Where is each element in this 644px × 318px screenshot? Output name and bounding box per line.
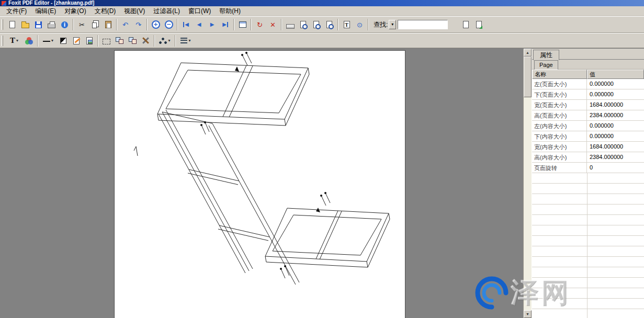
next-page-button[interactable]: ▶ [206,18,219,31]
keyboard-button[interactable] [284,18,297,31]
paste-icon [105,21,111,28]
menu-window[interactable]: 窗口(W) [184,6,215,17]
open-folder-icon [21,23,29,28]
scrollbar-thumb[interactable] [524,56,532,97]
property-name: 左(内容大小) [532,121,587,131]
toolbar-grip[interactable] [2,36,3,46]
line-style-button[interactable]: ▾ [40,34,57,47]
delete-icon: ✕ [270,21,276,28]
extract-text-icon [463,21,469,28]
redo-button[interactable]: ↷ [132,18,145,31]
extract-image-button[interactable] [472,18,485,31]
property-row[interactable]: 页面旋转 0 [532,163,644,173]
fit-width-button[interactable] [297,18,310,31]
text-page-button[interactable]: T [340,18,353,31]
align-objects-button[interactable]: ▾ [177,34,194,47]
menu-object[interactable]: 对象(O) [60,6,90,17]
doc-info-button[interactable]: i [58,18,71,31]
color-picker-button[interactable] [22,34,36,47]
menu-file[interactable]: 文件(F) [2,6,31,17]
menu-help[interactable]: 帮助(H) [215,6,245,17]
property-value[interactable]: 2384.000000 [587,110,644,120]
image-page-button[interactable] [83,34,96,47]
column-header-value[interactable]: 值 [587,70,644,79]
property-value[interactable]: 1684.000000 [587,142,644,152]
fit-height-icon [326,21,332,28]
find-input[interactable] [398,20,448,29]
print-button[interactable] [45,18,58,31]
property-value[interactable]: 2384.000000 [587,152,644,162]
rotate-icon: ↻ [257,21,263,28]
scroll-up-button[interactable]: ▲ [524,49,532,56]
copy-icon [92,22,97,28]
fit-page-button[interactable] [310,18,323,31]
goto-view-button[interactable]: ⊙ [353,18,366,31]
toolbar-separator [368,19,369,30]
property-row[interactable]: 下(页面大小) 0.000000 [532,89,644,100]
delete-page-button[interactable]: ✕ [266,18,279,31]
group-objects-button[interactable] [113,34,126,47]
menu-document[interactable]: 文档(D) [91,6,120,17]
vertical-scrollbar[interactable]: ▲ ▼ [523,49,532,318]
select-area-icon [103,39,110,44]
edit-page-button[interactable] [70,34,83,47]
panel-title-row: 属性 [532,49,644,60]
extract-text-button[interactable] [459,18,472,31]
node-editor-button[interactable]: ▾ [156,34,173,47]
save-button[interactable] [32,18,45,31]
property-value[interactable]: 0.000000 [587,131,644,141]
select-area-button[interactable] [100,34,113,47]
pdf-page[interactable] [114,50,405,318]
text-tool-icon: T [10,37,15,44]
undo-button[interactable]: ↶ [119,18,132,31]
scroll-down-button[interactable]: ▼ [524,310,532,318]
ungroup-objects-button[interactable] [126,34,139,47]
property-value[interactable]: 1684.000000 [587,100,644,110]
column-header-name[interactable]: 名称 [532,70,587,79]
zoom-out-button[interactable]: − [162,18,175,31]
new-button[interactable] [6,18,19,31]
property-value[interactable]: 0.000000 [587,79,644,89]
toolbar-grip[interactable] [2,19,3,30]
properties-table-header: 名称 值 [532,70,644,79]
properties-tab[interactable]: 属性 [533,50,559,60]
property-row[interactable]: 左(内容大小) 0.000000 [532,121,644,131]
find-dropdown-button[interactable]: ▾ [389,20,396,29]
save-icon [35,21,42,28]
property-row[interactable]: 高(内容大小) 2384.000000 [532,152,644,163]
property-value[interactable]: 0.000000 [587,121,644,131]
menu-edit[interactable]: 编辑(E) [31,6,60,17]
fit-height-button[interactable] [323,18,336,31]
copy-button[interactable] [88,18,101,31]
page-layout-button[interactable] [236,18,249,31]
menu-filter[interactable]: 过滤器(L) [149,6,184,17]
first-page-button[interactable]: ◀ [179,18,193,31]
fit-page-icon [313,21,319,28]
menu-view[interactable]: 视图(V) [120,6,149,17]
text-tool-button[interactable]: T ▾ [6,34,22,47]
zoom-in-button[interactable]: + [149,18,162,31]
last-page-icon: ▶ [222,22,228,27]
property-value[interactable]: 0 [587,163,644,173]
paste-button[interactable] [101,18,115,31]
property-value[interactable]: 0.000000 [587,89,644,99]
property-row[interactable]: 下(内容大小) 0.000000 [532,131,644,142]
find-label: 查找: [374,20,388,29]
open-button[interactable] [19,18,32,31]
last-page-button[interactable]: ▶ [219,18,232,31]
property-row[interactable]: 高(页面大小) 2384.000000 [532,110,644,121]
tab-page[interactable]: Page [534,60,558,70]
property-row[interactable]: 左(页面大小) 0.000000 [532,79,644,89]
info-icon: i [61,21,68,28]
prev-page-icon: ◀ [197,22,201,27]
cut-button[interactable]: ✂ [75,18,88,31]
page-tab-row: Page [532,60,644,70]
fill-style-button[interactable] [57,34,70,47]
canvas-area[interactable] [0,49,523,318]
rotate-page-button[interactable]: ↻ [253,18,266,31]
property-row[interactable]: 宽(页面大小) 1684.000000 [532,100,644,110]
prev-page-button[interactable]: ◀ [193,18,206,31]
property-row[interactable]: 宽(内容大小) 1684.000000 [532,142,644,152]
tools-button[interactable] [139,34,152,47]
scissors-icon: ✂ [79,21,85,28]
